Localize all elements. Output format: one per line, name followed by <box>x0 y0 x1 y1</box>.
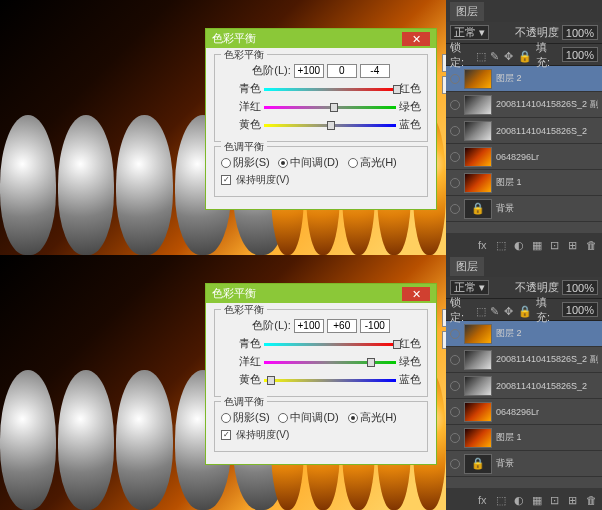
lock-icon[interactable]: 🔒 <box>518 50 530 60</box>
layer-thumbnail <box>464 69 492 89</box>
layer-row[interactable]: 200811410415826S_2 副本 <box>446 347 602 373</box>
fill-input[interactable]: 100% <box>562 302 598 317</box>
visibility-icon[interactable] <box>450 204 460 214</box>
layer-name: 图层 1 <box>496 176 598 189</box>
fill-label: 填充: <box>536 40 559 70</box>
dialog-title: 色彩平衡 <box>212 286 256 301</box>
lock-icon[interactable]: 🔒 <box>518 305 530 315</box>
tone-option[interactable]: 高光(H) <box>348 155 397 170</box>
visibility-icon[interactable] <box>450 74 460 84</box>
lock-icon[interactable]: ✎ <box>490 305 501 315</box>
panel-action-icon[interactable]: ▦ <box>532 239 544 249</box>
panel-action-icon[interactable]: 🗑 <box>586 494 598 504</box>
panel-action-icon[interactable]: ◐ <box>514 494 526 504</box>
visibility-icon[interactable] <box>450 100 460 110</box>
fill-input[interactable]: 100% <box>562 47 598 62</box>
tone-option[interactable]: 阴影(S) <box>221 410 270 425</box>
visibility-icon[interactable] <box>450 459 460 469</box>
color-slider[interactable] <box>264 120 396 130</box>
panel-action-icon[interactable]: fx <box>478 494 490 504</box>
dialog-titlebar[interactable]: 色彩平衡 ✕ <box>206 29 436 48</box>
layer-row[interactable]: 图层 2 <box>446 66 602 92</box>
layer-name: 背景 <box>496 202 598 215</box>
layer-row[interactable]: 200811410415826S_2 副本 <box>446 92 602 118</box>
layer-row[interactable]: 🔒 背景 <box>446 196 602 222</box>
slider-right-label: 绿色 <box>399 354 421 369</box>
visibility-icon[interactable] <box>450 381 460 391</box>
layer-row[interactable]: 图层 1 <box>446 170 602 196</box>
lock-icon[interactable]: ✥ <box>504 305 515 315</box>
visibility-icon[interactable] <box>450 355 460 365</box>
layer-name: 200811410415826S_2 副本 <box>496 98 598 111</box>
opacity-input[interactable]: 100% <box>562 280 598 295</box>
level-input[interactable] <box>360 64 390 78</box>
layer-name: 200811410415826S_2 <box>496 381 598 391</box>
level-input[interactable] <box>294 64 324 78</box>
color-balance-dialog: 色彩平衡 ✕ 确定 取消 预览(P) 色彩平衡 色阶(L): 青色 红色 洋 <box>205 28 437 210</box>
panel-action-icon[interactable]: ⬚ <box>496 239 508 249</box>
color-slider[interactable] <box>264 357 396 367</box>
slider-left-label: 洋红 <box>221 354 261 369</box>
visibility-icon[interactable] <box>450 329 460 339</box>
tone-option[interactable]: 高光(H) <box>348 410 397 425</box>
screenshot-1: 色彩平衡 ✕ 确定 取消 预览(P) 色彩平衡 色阶(L): 青色 红色 洋 <box>0 0 602 255</box>
layer-name: 200811410415826S_2 副本 <box>496 353 598 366</box>
layer-row[interactable]: 200811410415826S_2 <box>446 373 602 399</box>
slider-right-label: 绿色 <box>399 99 421 114</box>
tone-option[interactable]: 中间调(D) <box>278 410 338 425</box>
opacity-input[interactable]: 100% <box>562 25 598 40</box>
panel-action-icon[interactable]: ◐ <box>514 239 526 249</box>
slider-left-label: 青色 <box>221 336 261 351</box>
layer-row[interactable]: 0648296Lr <box>446 144 602 170</box>
tone-option[interactable]: 阴影(S) <box>221 155 270 170</box>
dialog-title: 色彩平衡 <box>212 31 256 46</box>
lock-label: 锁定: <box>450 40 473 70</box>
level-input[interactable] <box>327 319 357 333</box>
layer-row[interactable]: 图层 1 <box>446 425 602 451</box>
close-icon[interactable]: ✕ <box>402 287 430 301</box>
lock-icon[interactable]: ✎ <box>490 50 501 60</box>
visibility-icon[interactable] <box>450 178 460 188</box>
lock-icon[interactable]: ✥ <box>504 50 515 60</box>
layer-row[interactable]: 🔒 背景 <box>446 451 602 477</box>
layer-thumbnail <box>464 147 492 167</box>
color-slider[interactable] <box>264 339 396 349</box>
layer-row[interactable]: 图层 2 <box>446 321 602 347</box>
slider-left-label: 洋红 <box>221 99 261 114</box>
close-icon[interactable]: ✕ <box>402 32 430 46</box>
color-slider[interactable] <box>264 102 396 112</box>
visibility-icon[interactable] <box>450 407 460 417</box>
panel-action-icon[interactable]: fx <box>478 239 490 249</box>
preserve-luminosity[interactable]: 保持明度(V) <box>221 173 421 187</box>
visibility-icon[interactable] <box>450 433 460 443</box>
panel-action-icon[interactable]: ▦ <box>532 494 544 504</box>
blend-mode-select[interactable]: 正常 ▾ <box>450 280 489 295</box>
panel-action-icon[interactable]: ⊞ <box>568 239 580 249</box>
level-input[interactable] <box>360 319 390 333</box>
panel-action-icon[interactable]: ⊡ <box>550 239 562 249</box>
level-input[interactable] <box>327 64 357 78</box>
panel-action-icon[interactable]: ⊞ <box>568 494 580 504</box>
panel-action-icon[interactable]: 🗑 <box>586 239 598 249</box>
blend-mode-select[interactable]: 正常 ▾ <box>450 25 489 40</box>
color-slider[interactable] <box>264 375 396 385</box>
tone-option[interactable]: 中间调(D) <box>278 155 338 170</box>
panel-tab[interactable]: 图层 <box>450 2 484 21</box>
level-input[interactable] <box>294 319 324 333</box>
fill-label: 填充: <box>536 295 559 325</box>
lock-icon[interactable]: ⬚ <box>476 50 487 60</box>
dialog-titlebar[interactable]: 色彩平衡 ✕ <box>206 284 436 303</box>
lock-icon[interactable]: ⬚ <box>476 305 487 315</box>
screenshot-2: 色彩平衡 ✕ 确定 取消 预览(P) 色彩平衡 色阶(L): 青色 红色 洋 <box>0 255 602 510</box>
panel-action-icon[interactable]: ⊡ <box>550 494 562 504</box>
opacity-label: 不透明度 <box>515 25 559 40</box>
color-slider[interactable] <box>264 84 396 94</box>
layer-row[interactable]: 0648296Lr <box>446 399 602 425</box>
layer-row[interactable]: 200811410415826S_2 <box>446 118 602 144</box>
preserve-luminosity[interactable]: 保持明度(V) <box>221 428 421 442</box>
panel-tab[interactable]: 图层 <box>450 257 484 276</box>
visibility-icon[interactable] <box>450 126 460 136</box>
panel-action-icon[interactable]: ⬚ <box>496 494 508 504</box>
visibility-icon[interactable] <box>450 152 460 162</box>
color-balance-group: 色彩平衡 色阶(L): 青色 红色 洋红 绿色 黄色 <box>214 309 428 397</box>
